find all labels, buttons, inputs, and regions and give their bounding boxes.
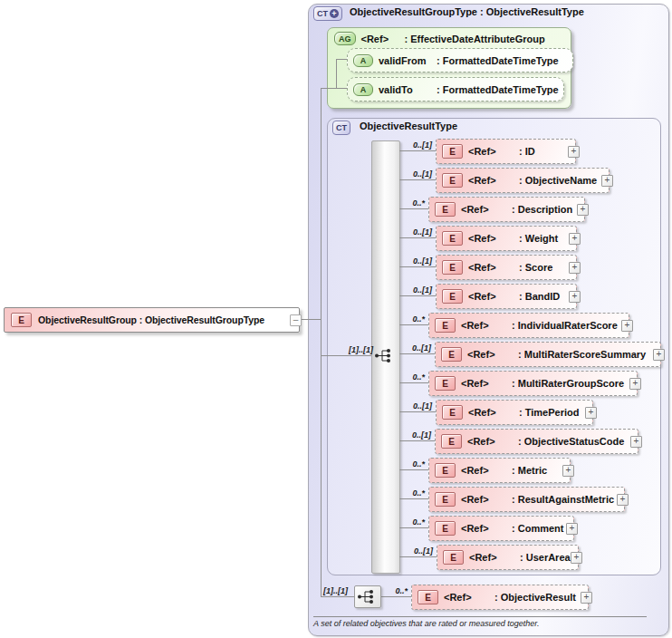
- element-ref: <Ref>: [467, 349, 518, 360]
- attribute-box-validfrom[interactable]: A validFrom : FormattedDateTimeType: [347, 48, 573, 72]
- sequence-cardinality-label: [1]..[1]: [310, 345, 373, 354]
- element-box-score[interactable]: E <Ref> : Score: [436, 255, 577, 280]
- cardinality-label: 0..*: [361, 488, 425, 498]
- complex-type-badge: CT: [332, 121, 350, 135]
- element-ref: <Ref>: [468, 146, 519, 157]
- element-type-label: : Score: [519, 262, 552, 273]
- inner-type-title: ObjectiveResultType: [360, 121, 457, 131]
- expand-icon[interactable]: +: [653, 349, 665, 361]
- element-box-user-area[interactable]: E <Ref> : UserArea: [437, 545, 579, 570]
- derived-type-plus-icon: +: [330, 9, 339, 18]
- cardinality-label: 0..*: [361, 517, 425, 527]
- connector-line: [399, 469, 428, 470]
- connector-line: [399, 411, 436, 412]
- expand-icon[interactable]: +: [577, 204, 589, 216]
- attribute-type-label: : FormattedDateTimeType: [437, 84, 559, 95]
- element-box-objective-status-code[interactable]: E <Ref> : ObjectiveStatusCode: [435, 429, 638, 454]
- element-box-time-period[interactable]: E <Ref> : TimePeriod: [436, 400, 593, 425]
- annotation-text: A set of related objectives that are rat…: [313, 619, 539, 628]
- expand-icon[interactable]: +: [621, 320, 633, 332]
- element-box-multi-rater-score-summary[interactable]: E <Ref> : MultiRaterScoreSummary: [435, 342, 661, 367]
- element-badge: E: [442, 260, 463, 275]
- element-type-label: : MultiRaterGroupScore: [512, 378, 624, 389]
- attribute-group-type-label: : EffectiveDateAttributeGroup: [405, 34, 545, 44]
- connector-line: [399, 382, 428, 383]
- expand-icon[interactable]: +: [629, 378, 641, 390]
- expand-icon[interactable]: +: [630, 436, 642, 448]
- element-badge: E: [435, 376, 456, 391]
- element-badge: E: [442, 144, 463, 159]
- element-ref: <Ref>: [461, 320, 512, 331]
- element-badge: E: [442, 405, 463, 420]
- element-type-label: : ID: [519, 146, 535, 157]
- connector-line: [321, 88, 347, 89]
- connector-line: [399, 179, 436, 180]
- expand-icon[interactable]: +: [569, 233, 581, 245]
- cardinality-label: 0..[1]: [368, 430, 431, 440]
- cardinality-label: 0..[1]: [369, 285, 432, 295]
- connector-line: [379, 596, 411, 597]
- element-box-metric[interactable]: E <Ref> : Metric: [428, 458, 571, 483]
- expand-icon[interactable]: +: [601, 175, 613, 187]
- element-badge: E: [442, 289, 463, 304]
- expand-icon[interactable]: +: [562, 465, 574, 477]
- element-badge: E: [435, 318, 456, 333]
- connector-line: [399, 324, 428, 325]
- attribute-group-ref: <Ref>: [361, 34, 405, 44]
- element-ref: <Ref>: [461, 465, 512, 476]
- element-ref: <Ref>: [461, 523, 512, 534]
- connector-line: [399, 208, 428, 209]
- connector-line: [321, 355, 377, 356]
- connector-line: [399, 527, 428, 528]
- element-box-id[interactable]: E <Ref> : ID: [436, 139, 576, 164]
- element-ref: <Ref>: [467, 436, 518, 447]
- expand-icon[interactable]: +: [571, 552, 582, 564]
- cardinality-label: 0..*: [361, 198, 425, 208]
- expand-icon[interactable]: +: [581, 592, 592, 604]
- element-box-objective-result[interactable]: E <Ref> : ObjectiveResult: [411, 585, 589, 610]
- element-type-label: : UserArea: [520, 552, 571, 563]
- attribute-type-label: : FormattedDateTimeType: [437, 55, 559, 66]
- attribute-name: validFrom: [379, 55, 437, 66]
- root-element-box[interactable]: E ObjectiveResultGroup : ObjectiveResult…: [4, 307, 300, 333]
- element-box-multi-rater-group-score[interactable]: E <Ref> : MultiRaterGroupScore: [428, 371, 638, 396]
- ct-badge-label: CT: [317, 9, 328, 18]
- element-box-objective-name[interactable]: E <Ref> : ObjectiveName: [436, 168, 610, 193]
- element-box-band-id[interactable]: E <Ref> : BandID: [436, 284, 577, 309]
- element-badge: E: [441, 347, 462, 362]
- connector-line: [321, 596, 355, 597]
- expand-icon[interactable]: +: [617, 494, 629, 506]
- expand-icon[interactable]: +: [568, 146, 580, 158]
- element-ref: <Ref>: [461, 494, 512, 505]
- expand-icon[interactable]: +: [585, 407, 597, 419]
- element-badge: E: [418, 590, 438, 604]
- attribute-badge: A: [353, 83, 373, 96]
- element-ref: <Ref>: [468, 262, 519, 273]
- element-box-individual-rater-score[interactable]: E <Ref> : IndividualRaterScore: [428, 313, 629, 338]
- cardinality-label: 0..[1]: [369, 169, 432, 179]
- xsd-diagram: CT + ObjectiveResultGroupType : Objectiv…: [0, 0, 672, 638]
- root-element-label: ObjectiveResultGroup : ObjectiveResultGr…: [38, 314, 264, 325]
- element-box-weight[interactable]: E <Ref> : Weight: [436, 226, 577, 251]
- expand-icon[interactable]: +: [569, 291, 581, 303]
- element-box-comment[interactable]: E <Ref> : Comment: [428, 516, 574, 541]
- element-box-result-against-metric[interactable]: E <Ref> : ResultAgainstMetric: [428, 487, 625, 512]
- element-type-label: : ObjectiveResult: [494, 592, 576, 603]
- element-badge: E: [442, 231, 463, 246]
- attribute-box-validto[interactable]: A validTo : FormattedDateTimeType: [347, 77, 564, 102]
- collapse-icon[interactable]: –: [290, 314, 302, 326]
- cardinality-label: 0..[1]: [369, 140, 432, 150]
- attribute-badge: A: [353, 54, 373, 67]
- element-box-description[interactable]: E <Ref> : Description: [428, 197, 585, 222]
- element-type-label: : Description: [512, 204, 572, 215]
- element-ref: <Ref>: [468, 175, 519, 186]
- element-ref: <Ref>: [468, 407, 519, 418]
- element-badge: E: [441, 434, 462, 449]
- connector-line: [300, 319, 321, 320]
- attribute-name: validTo: [379, 84, 437, 95]
- expand-icon[interactable]: +: [566, 523, 578, 535]
- connector-line: [399, 353, 435, 354]
- cardinality-label: 0..*: [344, 586, 408, 595]
- expand-icon[interactable]: +: [569, 262, 581, 274]
- sequence-cardinality-label: [1]..[1]: [284, 586, 348, 595]
